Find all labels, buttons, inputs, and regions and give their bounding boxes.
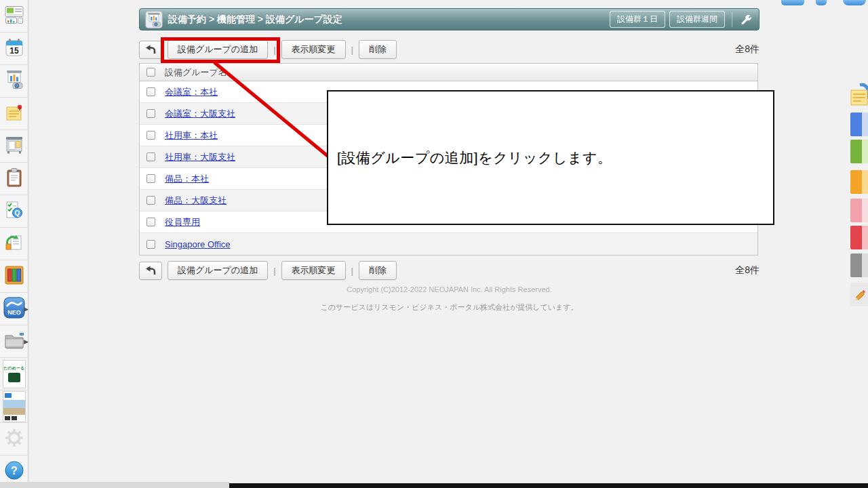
- tanomeru-logo: [8, 373, 20, 382]
- back-arrow-icon: [145, 45, 156, 54]
- add-group-button-bottom[interactable]: 設備グループの追加: [167, 261, 268, 280]
- row-checkbox[interactable]: [146, 152, 155, 161]
- toolbar-separator: |: [351, 266, 353, 276]
- add-group-button[interactable]: 設備グループの追加: [167, 40, 268, 59]
- pink-label-tile[interactable]: [850, 199, 868, 222]
- table-header-row: 設備グループ名: [140, 64, 757, 81]
- bookshelf-icon: [4, 265, 24, 288]
- row-checkbox[interactable]: [146, 131, 155, 140]
- row-checkbox[interactable]: [146, 87, 155, 96]
- group-link[interactable]: 社用車：本社: [165, 129, 218, 142]
- facility-week-view-button[interactable]: 設備群週間: [669, 11, 725, 28]
- expand-arrow-icon[interactable]: ▶: [24, 306, 28, 312]
- delete-button-bottom[interactable]: 削除: [359, 261, 397, 280]
- ad-banner-icon: [3, 391, 26, 422]
- sticky-note-icon: [5, 103, 24, 125]
- expand-arrow-icon[interactable]: ▶: [24, 338, 28, 344]
- sidebar-item-neo-app[interactable]: NEO ▶: [0, 293, 28, 325]
- settings-gear-icon: [3, 427, 25, 451]
- row-checkbox[interactable]: [146, 218, 155, 226]
- sidebar-item-schedule[interactable]: 15: [0, 33, 28, 65]
- back-button-bottom[interactable]: [139, 262, 162, 280]
- group-link[interactable]: 備品：大阪支社: [165, 195, 226, 207]
- group-link[interactable]: 社用車：大阪支社: [165, 151, 235, 163]
- workflow-icon: [5, 233, 24, 255]
- header-divider: [732, 12, 732, 27]
- total-count: 全8件: [735, 43, 760, 56]
- facility-reservation-icon: [145, 11, 163, 28]
- delete-button[interactable]: 削除: [359, 40, 397, 59]
- instruction-callout: [設備グループの追加]をクリックします。: [327, 90, 774, 225]
- sidebar-item-circulation[interactable]: [0, 163, 28, 195]
- folder-icon: [3, 331, 25, 352]
- clipboard-icon: [5, 168, 24, 190]
- back-arrow-icon: [145, 266, 156, 275]
- toolbar-separator: |: [273, 45, 275, 55]
- sidebar-item-bulletin-board[interactable]: [0, 130, 28, 163]
- total-count-bottom: 全8件: [735, 264, 760, 277]
- help-icon: ?: [4, 460, 24, 483]
- select-all-checkbox[interactable]: [146, 68, 155, 77]
- pencil-icon[interactable]: [850, 283, 868, 306]
- red-label-tile[interactable]: [850, 226, 868, 249]
- svg-text:15: 15: [9, 45, 19, 55]
- breadcrumb: 設備予約 > 機能管理 > 設備グループ設定: [168, 14, 606, 26]
- svg-text:NEO: NEO: [7, 309, 21, 316]
- sidebar-item-facility-reservation[interactable]: [0, 65, 28, 98]
- back-button[interactable]: [139, 41, 162, 59]
- green-label-tile[interactable]: [850, 140, 868, 163]
- sidebar-item-ad-banner[interactable]: [0, 390, 28, 423]
- sticky-note-widget-icon[interactable]: [850, 83, 868, 109]
- bulletin-board-icon: [5, 136, 24, 157]
- sidebar-item-portal[interactable]: [0, 0, 28, 33]
- table-row: Singapore Office: [140, 233, 757, 255]
- group-link[interactable]: 役員専用: [165, 216, 200, 228]
- sidebar-item-cabinet[interactable]: ▶: [0, 325, 28, 358]
- app-sidebar: 15: [0, 0, 28, 488]
- provider-text: このサービスはリスモン・ビジネス・ポータル株式会社が提供しています。: [139, 302, 760, 312]
- svg-text:Q: Q: [14, 209, 20, 217]
- facility-day-view-button[interactable]: 設備群１日: [610, 11, 665, 28]
- bottom-strip-gray: [0, 482, 229, 488]
- row-checkbox[interactable]: [146, 240, 155, 249]
- tanomeru-icon: たのめーる: [3, 360, 26, 388]
- sidebar-item-tanomeru[interactable]: たのめーる: [0, 358, 28, 390]
- group-link[interactable]: 会議室：大阪支社: [165, 108, 235, 120]
- svg-text:?: ?: [11, 465, 18, 476]
- sidebar-item-workflow[interactable]: [0, 228, 28, 260]
- main-content: 設備予約 > 機能管理 > 設備グループ設定 設備群１日 設備群週間 設備グルー…: [139, 0, 760, 488]
- neo-app-icon: NEO: [3, 296, 26, 322]
- row-checkbox[interactable]: [146, 109, 155, 118]
- gray-label-tile[interactable]: [850, 253, 868, 277]
- settings-wrench-icon[interactable]: [738, 12, 753, 27]
- toolbar-separator: |: [351, 45, 353, 55]
- sidebar-item-survey[interactable]: Q: [0, 195, 28, 228]
- row-checkbox[interactable]: [146, 196, 155, 205]
- survey-icon: Q: [5, 201, 24, 222]
- row-checkbox[interactable]: [146, 174, 155, 183]
- bottom-strip-black: [229, 483, 868, 488]
- calendar-icon: 15: [5, 38, 24, 60]
- copyright-text: Copyright (C)2012-2022 NEOJAPAN Inc. All…: [139, 285, 760, 293]
- sidebar-item-memo[interactable]: [0, 98, 28, 130]
- sidebar-item-document-management[interactable]: [0, 260, 28, 293]
- toolbar-bottom: 設備グループの追加 | 表示順変更 | 削除 全8件: [139, 260, 760, 281]
- orange-label-tile[interactable]: [850, 170, 868, 194]
- group-link[interactable]: 備品：本社: [165, 173, 209, 185]
- group-link[interactable]: Singapore Office: [165, 239, 231, 249]
- toolbar-separator: |: [273, 266, 275, 276]
- right-rail: [850, 0, 868, 488]
- group-link[interactable]: 会議室：本社: [165, 86, 218, 98]
- clipped-toolbar-widget: [781, 0, 804, 5]
- clipped-toolbar-widget: [816, 0, 827, 5]
- sidebar-item-settings[interactable]: [0, 423, 28, 455]
- reorder-button[interactable]: 表示順変更: [281, 40, 346, 59]
- column-header-group-name: 設備グループ名: [165, 66, 227, 79]
- blue-label-tile[interactable]: [850, 113, 868, 136]
- portal-icon: [5, 6, 24, 26]
- app-titlebar: 設備予約 > 機能管理 > 設備グループ設定 設備群１日 設備群週間: [139, 8, 760, 30]
- instruction-text: [設備グループの追加]をクリックします。: [337, 148, 612, 167]
- facility-reservation-icon: [4, 70, 24, 93]
- toolbar-top: 設備グループの追加 | 表示順変更 | 削除 全8件: [139, 39, 760, 60]
- reorder-button-bottom[interactable]: 表示順変更: [281, 261, 346, 280]
